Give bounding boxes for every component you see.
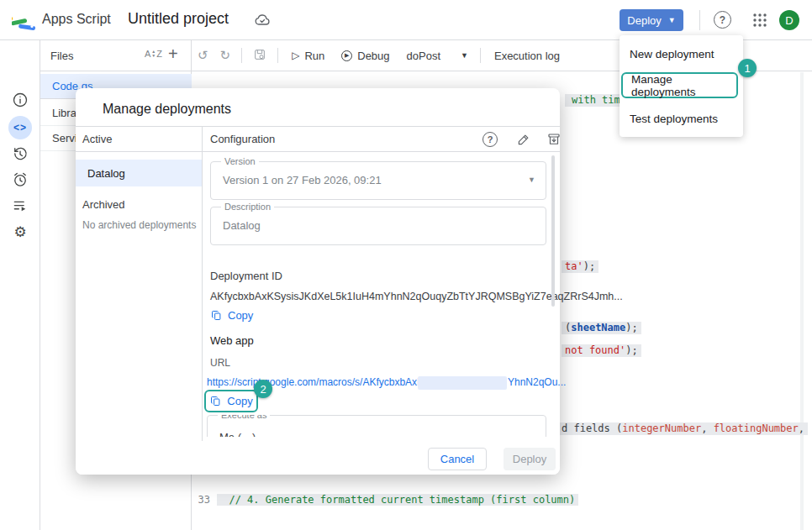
toolbar-divider: [241, 48, 242, 63]
toolbar-divider: [277, 48, 278, 63]
function-selector[interactable]: doPost: [407, 50, 440, 62]
version-select: Version Version 1 on 27 Feb 2026, 09:21 …: [210, 161, 546, 200]
deploy-button[interactable]: Deploy ▼: [620, 9, 683, 31]
version-value: Version 1 on 27 Feb 2026, 09:21: [223, 174, 382, 186]
annotation-badge-1: 1: [738, 59, 757, 77]
modal-scrollbar[interactable]: [551, 155, 555, 307]
web-app-url-link[interactable]: https://script.google.com/macros/s/AKfyc…: [207, 376, 418, 388]
function-selector-caret-icon[interactable]: ▼: [461, 51, 468, 60]
editor-code-icon[interactable]: <>: [8, 116, 32, 139]
add-file-plus-icon[interactable]: +: [168, 45, 178, 64]
top-bar: Apps Script Untitled project Deploy ▼ ? …: [0, 0, 812, 40]
code-fragment: (sheetName);: [562, 322, 641, 334]
run-button[interactable]: ▷ Run: [292, 50, 324, 62]
execute-as-value: Me (…): [219, 431, 256, 437]
app-name: Apps Script: [42, 12, 111, 27]
description-value: Datalog: [223, 219, 261, 232]
version-label: Version: [221, 156, 259, 166]
url-redaction-overlay: [418, 376, 507, 390]
avatar[interactable]: D: [779, 10, 799, 30]
chevron-down-icon: ▼: [668, 16, 676, 24]
archived-section-label: Archived: [82, 198, 125, 211]
deploy-button-label: Deploy: [627, 14, 661, 27]
debug-button[interactable]: ▶ Debug: [341, 50, 389, 62]
execute-as-field-clipped: Execute as Me (…): [207, 415, 546, 437]
project-title[interactable]: Untitled project: [128, 10, 229, 28]
edit-pencil-icon[interactable]: [514, 130, 533, 149]
dialog-title: Manage deployments: [103, 102, 231, 117]
triggers-alarm-icon[interactable]: [8, 168, 32, 192]
execute-as-label: Execute as: [218, 415, 270, 420]
save-project-icon[interactable]: [253, 48, 266, 64]
menu-item-new-deployment[interactable]: New deployment: [620, 40, 743, 67]
apps-script-logo-icon: [12, 8, 35, 32]
sort-az-icon[interactable]: A▲▼Z: [145, 49, 162, 59]
divider: [76, 151, 560, 152]
cancel-button[interactable]: Cancel: [428, 448, 487, 470]
run-play-icon: ▷: [292, 50, 299, 61]
menu-item-manage-deployments[interactable]: Manage deployments: [621, 72, 738, 98]
archived-empty-text: No archived deployments: [82, 219, 196, 231]
topbar-divider: [699, 10, 700, 30]
settings-gear-icon[interactable]: ⚙: [8, 220, 32, 244]
copy-icon: [210, 309, 223, 322]
apps-script-window: Apps Script Untitled project Deploy ▼ ? …: [0, 0, 812, 530]
copy-url-highlight-box: Copy: [204, 390, 258, 412]
editor-scrollbar[interactable]: [800, 72, 804, 530]
redo-icon[interactable]: ↻: [220, 48, 231, 63]
execution-log-button[interactable]: Execution log: [494, 50, 560, 62]
project-history-icon[interactable]: [8, 142, 32, 165]
manage-deployments-dialog: Manage deployments Active Datalog Archiv…: [76, 88, 560, 475]
web-app-url-suffix: YhnN2qOu...: [508, 376, 566, 388]
deploy-dropdown-menu: New deployment Manage deployments Test d…: [620, 35, 743, 137]
url-label: URL: [210, 357, 230, 369]
files-panel-title: Files: [50, 50, 73, 62]
deployment-list-item[interactable]: Datalog: [76, 160, 202, 186]
annotation-badge-2: 2: [254, 380, 272, 398]
files-panel-header: Files A▲▼Z +: [40, 40, 192, 71]
copy-deployment-id-button[interactable]: Copy: [210, 309, 253, 322]
web-app-section-label: Web app: [210, 334, 254, 347]
debug-icon: ▶: [341, 50, 352, 61]
configuration-header: Configuration: [210, 133, 275, 145]
code-fragment: d fields (integerNumber, floatingNumber,: [558, 422, 808, 435]
executions-list-icon[interactable]: [8, 194, 32, 218]
divider: [76, 126, 560, 127]
active-section-label: Active: [82, 133, 112, 145]
description-label: Description: [221, 202, 274, 212]
dialog-deploy-button[interactable]: Deploy: [504, 448, 556, 470]
divider: [202, 126, 203, 448]
code-line: 33 // 4. Generate formatted current time…: [192, 494, 742, 507]
code-fragment: ta');: [562, 260, 598, 273]
copy-icon: [209, 395, 222, 407]
help-icon[interactable]: ?: [714, 11, 731, 29]
description-field: Description Datalog: [210, 207, 546, 245]
left-navigation-rail: <> ⚙: [0, 40, 40, 530]
overview-info-icon[interactable]: [8, 88, 32, 112]
menu-item-test-deployments[interactable]: Test deployments: [620, 105, 743, 132]
drive-saved-cloud-icon: [254, 12, 271, 29]
toolbar-divider: [480, 48, 481, 63]
code-fragment: not found');: [562, 344, 641, 357]
archive-deployment-icon[interactable]: [545, 130, 563, 149]
copy-url-button[interactable]: Copy: [209, 395, 252, 407]
dialog-footer: Cancel Deploy: [76, 441, 560, 475]
google-apps-grid-icon[interactable]: [751, 12, 768, 29]
config-help-icon[interactable]: ?: [482, 132, 498, 147]
chevron-down-icon: ▼: [528, 176, 535, 184]
code-lines-block: 33 // 4. Generate formatted current time…: [192, 470, 742, 530]
deployment-id-label: Deployment ID: [210, 270, 282, 282]
deployment-id-value: AKfycbxbAxKSysisJKdXeL5k1IuH4mYhnN2qOuqy…: [210, 291, 623, 302]
undo-icon[interactable]: ↺: [198, 48, 208, 63]
